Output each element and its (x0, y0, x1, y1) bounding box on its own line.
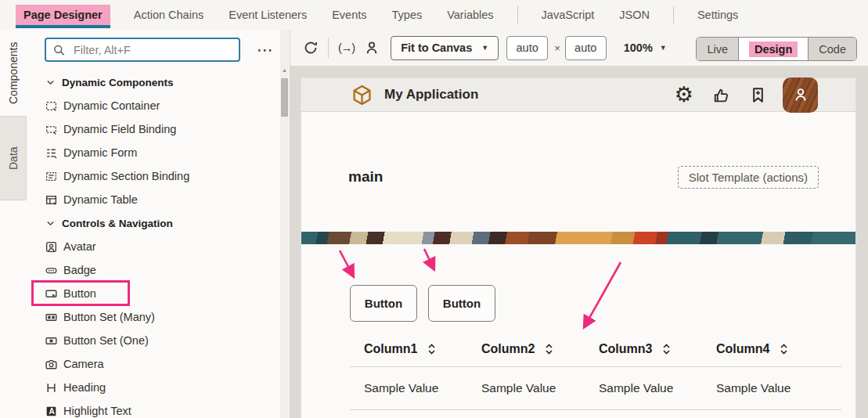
button-icon (45, 287, 58, 301)
button-set-many-icon (45, 311, 58, 324)
canvas-size-label: Fit to Canvas (401, 41, 472, 54)
panel-tab-components[interactable]: Components (0, 31, 27, 114)
component-item-dynamic-section-binding[interactable]: Dynamic Section Binding (27, 164, 280, 188)
panel-tab-data[interactable]: Data (0, 116, 27, 200)
code-insert-icon[interactable]: (→) (338, 41, 355, 54)
chevron-down-icon (45, 218, 56, 229)
tab-json[interactable]: JSON (618, 5, 651, 25)
app-logo-cube-icon (351, 85, 373, 106)
component-item-label: Dynamic Table (63, 193, 138, 206)
component-item-dynamic-table[interactable]: Dynamic Table (27, 188, 280, 211)
app-title: My Application (384, 87, 478, 103)
designer-tab-bar: Page Designer Action Chains Event Listen… (0, 0, 868, 30)
person-icon (792, 86, 809, 103)
canvas-size-dropdown[interactable]: Fit to Canvas ▼ (391, 36, 499, 60)
component-item-label: Badge (63, 264, 96, 276)
component-item-dynamic-form[interactable]: Dynamic Form (27, 141, 280, 164)
mode-switcher: Live Design Code (696, 37, 857, 61)
component-item-label: Dynamic Section Binding (63, 170, 189, 182)
table-cell: Sample Value (716, 381, 834, 395)
component-item-label: Dynamic Field Binding (63, 123, 176, 135)
mode-live-button[interactable]: Live (697, 38, 738, 60)
mode-design-button[interactable]: Design (738, 38, 809, 60)
heading-icon (45, 381, 58, 395)
component-item-heading[interactable]: Heading (27, 376, 280, 399)
tab-group-divider (517, 6, 518, 23)
decorative-banner-image (301, 232, 855, 244)
table-cell: Sample Value (599, 381, 716, 395)
component-item-label: Button Set (Many) (63, 311, 155, 323)
user-avatar[interactable] (783, 77, 818, 113)
tab-types[interactable]: Types (391, 5, 424, 25)
zoom-dropdown[interactable]: 100% ▼ (624, 41, 667, 54)
component-item-dynamic-container[interactable]: Dynamic Container (27, 94, 280, 117)
column-label: Column1 (364, 342, 417, 356)
canvas-button-2[interactable]: Button (428, 285, 495, 322)
section-title: Dynamic Components (62, 77, 174, 88)
component-item-badge[interactable]: Badge (27, 258, 280, 282)
left-panel-rail: Components Data (0, 30, 27, 418)
sidebar-scrollbar[interactable]: ▲ (280, 30, 289, 418)
component-item-camera[interactable]: Camera (27, 352, 280, 376)
thumbs-up-icon[interactable] (712, 86, 730, 104)
tab-settings[interactable]: Settings (696, 5, 740, 25)
component-item-label: Button Set (One) (63, 334, 149, 347)
camera-icon (45, 358, 58, 371)
component-item-button-set-one[interactable]: Button Set (One) (27, 329, 280, 352)
canvas-height-input[interactable] (565, 36, 607, 60)
sort-icon[interactable] (779, 342, 789, 356)
annotation-arrow-to-button-2 (424, 249, 434, 268)
sort-icon[interactable] (427, 342, 437, 356)
scrollbar-thumb[interactable] (281, 78, 288, 117)
slot-template-placeholder[interactable]: Slot Template (actions) (678, 166, 819, 189)
button-set-one-icon (45, 334, 58, 348)
component-item-dynamic-field-binding[interactable]: Dynamic Field Binding (27, 117, 280, 141)
scrollbar-up-arrow[interactable]: ▲ (280, 67, 289, 73)
sort-icon[interactable] (544, 342, 554, 356)
mode-design-label: Design (749, 41, 798, 57)
refresh-icon[interactable] (303, 40, 319, 56)
annotation-arrow-to-table (585, 262, 621, 326)
column-header-2[interactable]: Column2 (481, 342, 599, 356)
component-item-highlight-text[interactable]: Highlight Text (27, 399, 280, 418)
canvas-width-input[interactable] (506, 36, 548, 60)
page-title: main (348, 168, 383, 186)
bookmark-plus-icon[interactable] (749, 86, 767, 104)
column-header-4[interactable]: Column4 (716, 342, 834, 356)
tab-page-designer[interactable]: Page Designer (16, 5, 110, 25)
sort-icon[interactable] (661, 342, 672, 356)
section-controls-navigation[interactable]: Controls & Navigation (27, 211, 280, 235)
design-canvas-viewport: My Application ⚙ main Slot Template (act… (290, 66, 868, 418)
tab-variables[interactable]: Variables (445, 5, 495, 25)
tab-javascript[interactable]: JavaScript (540, 5, 596, 25)
section-title: Controls & Navigation (62, 218, 173, 229)
column-header-3[interactable]: Column3 (599, 342, 716, 356)
tab-group-divider (673, 6, 674, 23)
table-divider (350, 409, 841, 410)
chevron-down-icon (45, 77, 56, 88)
component-item-label: Button (63, 287, 96, 300)
search-icon (52, 44, 66, 56)
tab-event-listeners[interactable]: Event Listeners (227, 5, 308, 25)
preview-user-icon[interactable] (364, 40, 380, 56)
app-header-actions: ⚙ (675, 77, 818, 113)
dimension-separator: × (554, 42, 560, 54)
components-sidebar: ⋯ Dynamic Components Dynamic Container D… (27, 30, 280, 418)
filter-input[interactable] (72, 43, 232, 57)
highlight-text-icon (45, 405, 58, 418)
sidebar-overflow-menu-button[interactable]: ⋯ (252, 38, 279, 62)
caret-down-icon: ▼ (481, 44, 488, 52)
column-header-1[interactable]: Column1 (364, 342, 481, 356)
canvas-button-1[interactable]: Button (350, 285, 417, 322)
component-item-avatar[interactable]: Avatar (27, 235, 280, 258)
section-dynamic-components[interactable]: Dynamic Components (27, 70, 280, 94)
tab-events[interactable]: Events (330, 5, 368, 25)
mode-code-button[interactable]: Code (809, 38, 856, 60)
gear-icon[interactable]: ⚙ (675, 85, 693, 106)
component-item-label: Camera (63, 358, 104, 370)
component-filter-field[interactable] (45, 38, 240, 62)
tab-action-chains[interactable]: Action Chains (132, 5, 205, 25)
design-canvas-page: My Application ⚙ main Slot Template (act… (301, 78, 855, 418)
component-item-button-set-many[interactable]: Button Set (Many) (27, 305, 280, 329)
component-item-button[interactable]: Button (27, 282, 280, 305)
